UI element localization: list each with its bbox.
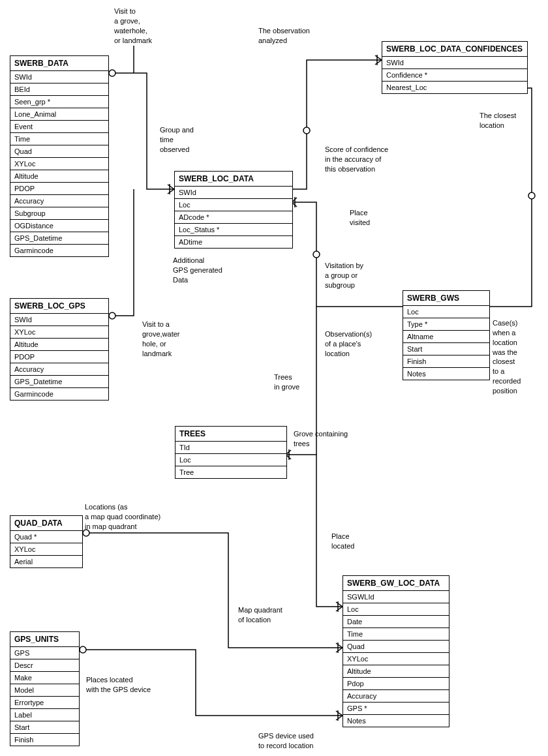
entity-swerb_gw_loc: SWERB_GW_LOC_DATASGWLIdLocDateTimeQuadXY… — [342, 575, 449, 727]
entity-field: OGDistance — [10, 220, 108, 232]
entity-field: Altname — [403, 331, 489, 343]
entity-field: Tree — [175, 466, 286, 478]
entity-field: Loc_Status * — [175, 224, 292, 236]
entity-field: Quad — [343, 641, 449, 653]
entity-field: Altitude — [10, 170, 108, 183]
svg-point-0 — [109, 70, 115, 76]
entity-field: XYLoc — [10, 543, 82, 556]
annotation-n12: Observation(s) of a place's location — [325, 329, 372, 359]
entity-field: Errortype — [10, 697, 79, 709]
entity-field: Accuracy — [10, 195, 108, 207]
entity-swerb_loc_conf: SWERB_LOC_DATA_CONFIDENCESSWIdConfidence… — [382, 41, 528, 94]
entity-title: SWERB_GW_LOC_DATA — [343, 576, 449, 591]
annotation-n18: GPS device used to record location — [258, 731, 314, 751]
entity-title: QUAD_DATA — [10, 516, 82, 531]
annotation-n16: Map quadrant of location — [238, 605, 282, 625]
svg-point-3 — [528, 192, 535, 199]
entity-title: SWERB_LOC_DATA_CONFIDENCES — [382, 42, 527, 57]
annotation-n6: Additional GPS generated Data — [173, 256, 222, 285]
entity-field: Loc — [175, 199, 292, 211]
entity-field: Start — [10, 721, 79, 734]
annotation-n2: The observation analyzed — [258, 26, 310, 46]
entity-field: Quad — [10, 145, 108, 158]
entity-field: PDOP — [10, 351, 108, 363]
annotation-n11: Trees in grove — [274, 372, 299, 392]
svg-point-6 — [80, 646, 86, 653]
entity-field: Loc — [343, 603, 449, 616]
annotation-n13: Grove containing trees — [294, 429, 348, 449]
entity-field: Finish — [10, 734, 79, 746]
entity-field: GPS_Datetime — [10, 232, 108, 245]
entity-field: Event — [10, 121, 108, 133]
entity-field: Finish — [403, 355, 489, 368]
entity-field: Aerial — [10, 556, 82, 567]
entity-field: Label — [10, 709, 79, 721]
entity-field: Lone_Animal — [10, 108, 108, 121]
annotation-n5: The closest location — [480, 111, 516, 130]
entity-swerb_loc_data: SWERB_LOC_DATASWIdLocADcode *Loc_Status … — [174, 171, 293, 249]
entity-field: Type * — [403, 318, 489, 331]
svg-point-4 — [313, 251, 320, 258]
entity-field: Start — [403, 343, 489, 355]
entity-field: SWId — [10, 71, 108, 83]
annotation-n14: Locations (as a map quad coordinate) in … — [85, 502, 160, 532]
entity-field: Accuracy — [10, 363, 108, 376]
entity-field: Time — [343, 628, 449, 641]
entity-field: GPS_Datetime — [10, 376, 108, 388]
entity-field: Pdop — [343, 678, 449, 690]
entity-field: Notes — [343, 715, 449, 727]
entity-field: PDOP — [10, 183, 108, 195]
entity-field: TId — [175, 442, 286, 454]
entity-field: GPS * — [343, 703, 449, 715]
entity-field: Altitude — [10, 339, 108, 351]
entity-field: Date — [343, 616, 449, 628]
er-diagram-canvas: SWERB_DATASWIdBEIdSeen_grp *Lone_AnimalE… — [0, 0, 548, 756]
entity-field: Model — [10, 684, 79, 697]
entity-title: SWERB_GWS — [403, 291, 489, 306]
entity-swerb_gws: SWERB_GWSLocType *AltnameStartFinishNote… — [403, 290, 490, 380]
entity-title: SWERB_LOC_DATA — [175, 172, 292, 187]
entity-field: SWId — [382, 57, 527, 69]
svg-point-2 — [303, 127, 310, 134]
entity-field: Make — [10, 672, 79, 684]
entity-field: Nearest_Loc — [382, 82, 527, 93]
entity-field: Descr — [10, 659, 79, 672]
annotation-n8: Visitation by a group or subgroup — [325, 261, 363, 290]
entity-field: ADcode * — [175, 211, 292, 224]
annotation-n4: Score of confidence in the accuracy of t… — [325, 145, 388, 174]
entity-field: Seen_grp * — [10, 96, 108, 108]
entity-title: GPS_UNITS — [10, 632, 79, 647]
svg-point-1 — [109, 312, 115, 319]
entity-gps_units: GPS_UNITSGPSDescrMakeModelErrortypeLabel… — [10, 631, 80, 746]
entity-field: Garmincode — [10, 388, 108, 400]
entity-field: SGWLId — [343, 591, 449, 603]
annotation-n17: Places located with the GPS device — [86, 675, 151, 695]
entity-title: TREES — [175, 427, 286, 442]
entity-field: XYLoc — [343, 653, 449, 665]
entity-field: Subgroup — [10, 207, 108, 220]
entity-field: Garmincode — [10, 245, 108, 256]
entity-field: Accuracy — [343, 690, 449, 703]
entity-title: SWERB_DATA — [10, 56, 108, 71]
annotation-n10: Case(s) when a location was the closest … — [493, 318, 521, 396]
entity-field: Altitude — [343, 665, 449, 678]
annotation-n1: Visit to a grove, waterhole, or landmark — [114, 7, 152, 45]
entity-field: GPS — [10, 647, 79, 659]
annotation-n3: Group and time observed — [160, 125, 194, 155]
entity-field: Quad * — [10, 531, 82, 543]
entity-field: XYLoc — [10, 326, 108, 339]
annotation-n15: Place located — [331, 532, 354, 551]
entity-field: XYLoc — [10, 158, 108, 170]
entity-swerb_loc_gps: SWERB_LOC_GPSSWIdXYLocAltitudePDOPAccura… — [10, 298, 109, 401]
entity-field: Confidence * — [382, 69, 527, 82]
entity-field: ADtime — [175, 236, 292, 248]
entity-field: Time — [10, 133, 108, 145]
entity-swerb_data: SWERB_DATASWIdBEIdSeen_grp *Lone_AnimalE… — [10, 55, 109, 257]
entity-field: Notes — [403, 368, 489, 380]
entity-field: Loc — [403, 306, 489, 318]
entity-field: Loc — [175, 454, 286, 466]
entity-trees: TREESTIdLocTree — [175, 426, 287, 479]
entity-quad_data: QUAD_DATAQuad *XYLocAerial — [10, 515, 83, 568]
annotation-n9: Visit to a grove,water hole, or landmark — [142, 320, 179, 358]
entity-field: SWId — [10, 314, 108, 326]
